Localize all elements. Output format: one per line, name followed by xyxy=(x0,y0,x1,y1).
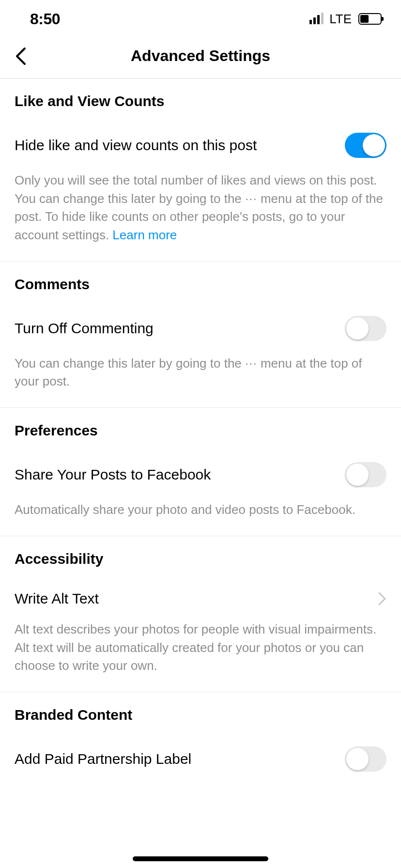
row-label: Share Your Posts to Facebook xyxy=(15,466,211,483)
row-label: Hide like and view counts on this post xyxy=(15,137,257,154)
row-description: Only you will see the total number of li… xyxy=(15,166,386,261)
row-paid-partnership[interactable]: Add Paid Partnership Label xyxy=(15,728,386,772)
toggle-turn-off-commenting[interactable] xyxy=(345,316,386,341)
toggle-knob xyxy=(363,134,385,156)
toggle-knob xyxy=(346,748,369,770)
section-header-comments: Comments xyxy=(15,262,386,297)
row-label: Add Paid Partnership Label xyxy=(15,751,191,767)
status-time: 8:50 xyxy=(30,10,60,28)
back-button[interactable] xyxy=(9,44,33,68)
row-label: Turn Off Commenting xyxy=(15,320,154,337)
signal-icon xyxy=(309,14,324,24)
section-comments: Comments Turn Off Commenting You can cha… xyxy=(0,262,401,408)
section-header-accessibility: Accessibility xyxy=(15,536,386,572)
row-alt-text[interactable]: Write Alt Text xyxy=(15,572,386,615)
battery-icon xyxy=(358,13,382,25)
row-label: Write Alt Text xyxy=(15,590,99,607)
row-share-facebook[interactable]: Share Your Posts to Facebook xyxy=(15,444,386,495)
section-branded: Branded Content Add Paid Partnership Lab… xyxy=(0,692,401,772)
more-dots-icon: ··· xyxy=(245,191,257,206)
row-description: You can change this later by going to th… xyxy=(15,349,386,407)
status-indicators: LTE xyxy=(309,12,382,27)
chevron-left-icon xyxy=(15,46,27,66)
section-accessibility: Accessibility Write Alt Text Alt text de… xyxy=(0,536,401,692)
home-indicator[interactable] xyxy=(133,856,268,861)
row-description: Automatically share your photo and video… xyxy=(15,495,386,536)
status-bar: 8:50 LTE xyxy=(0,0,401,34)
row-description: Alt text describes your photos for peopl… xyxy=(15,615,386,692)
section-header-like-view: Like and View Counts xyxy=(15,78,386,114)
toggle-share-facebook[interactable] xyxy=(345,462,386,487)
more-dots-icon: ··· xyxy=(245,356,257,371)
section-preferences: Preferences Share Your Posts to Facebook… xyxy=(0,408,401,536)
page-title: Advanced Settings xyxy=(131,47,270,65)
network-label: LTE xyxy=(329,12,352,27)
section-like-view: Like and View Counts Hide like and view … xyxy=(0,78,401,262)
row-hide-like-counts[interactable]: Hide like and view counts on this post xyxy=(15,114,386,166)
toggle-paid-partnership[interactable] xyxy=(345,746,386,772)
section-header-preferences: Preferences xyxy=(15,408,386,444)
toggle-knob xyxy=(346,317,369,340)
toggle-hide-like-counts[interactable] xyxy=(345,133,386,158)
section-header-branded: Branded Content xyxy=(15,692,386,728)
nav-header: Advanced Settings xyxy=(0,34,401,78)
toggle-knob xyxy=(346,464,369,486)
learn-more-link[interactable]: Learn more xyxy=(112,228,177,242)
chevron-right-icon xyxy=(378,591,386,606)
row-turn-off-commenting[interactable]: Turn Off Commenting xyxy=(15,297,386,349)
